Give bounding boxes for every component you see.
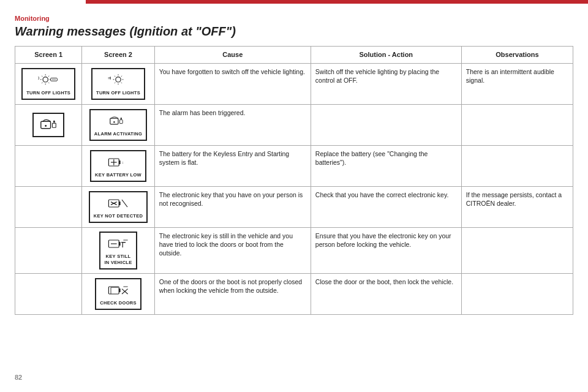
cause-cell: You have forgotten to switch off the veh… xyxy=(154,63,311,104)
screen1-cell xyxy=(15,104,82,145)
svg-line-9 xyxy=(48,82,49,83)
screen2-icon: CHECK DOORS xyxy=(86,277,149,311)
svg-line-19 xyxy=(121,76,122,77)
svg-rect-24 xyxy=(53,123,56,127)
svg-line-18 xyxy=(115,76,115,77)
svg-rect-48 xyxy=(119,288,120,292)
cause-cell: The battery for the Keyless Entry and St… xyxy=(154,145,311,186)
screen2-cell: CHECK DOORS xyxy=(82,274,154,315)
svg-rect-43 xyxy=(119,242,120,246)
screen2-icon: KEY NOT DETECTED xyxy=(86,190,149,224)
screen2-icon: KEY STILL IN VEHICLE xyxy=(86,232,149,270)
svg-line-20 xyxy=(115,82,115,83)
screen1-cell: } TURN OFF LIGHTS xyxy=(15,63,82,104)
svg-text:}: } xyxy=(38,76,39,79)
screen1-cell xyxy=(15,145,82,186)
screen1-cell xyxy=(15,186,82,227)
solution-cell: Check that you have the correct electron… xyxy=(311,186,461,227)
screen2-cell: ↓ KEY BATTERY LOW xyxy=(82,145,154,186)
observations-cell: If the message persists, contact a CITRO… xyxy=(461,186,573,227)
observations-cell xyxy=(461,145,573,186)
cause-cell: One of the doors or the boot is not prop… xyxy=(154,274,311,315)
table-row: ↓ KEY BATTERY LOW The battery for the Ke… xyxy=(15,145,573,186)
svg-line-6 xyxy=(42,76,42,77)
cause-cell: The electronic key that you have on your… xyxy=(154,186,311,227)
svg-rect-47 xyxy=(108,287,119,294)
observations-cell xyxy=(461,274,573,315)
cause-cell: The alarm has been triggered. xyxy=(154,104,311,145)
cause-cell: The electronic key is still in the vehic… xyxy=(154,227,311,273)
screen1-icon xyxy=(20,108,77,141)
screen2-icon: ↓ KEY BATTERY LOW xyxy=(86,149,149,183)
svg-text:↓: ↓ xyxy=(122,160,124,164)
solution-cell: Ensure that you have the electronic key … xyxy=(311,227,461,273)
col-screen2: Screen 2 xyxy=(82,47,154,64)
screen1-cell xyxy=(15,274,82,315)
screen2-icon: ALARM ACTIVATING xyxy=(86,108,149,141)
top-bar xyxy=(86,0,588,4)
screen2-icon: ⊃) TURN OFF LIGHTS xyxy=(86,67,149,100)
section-title: Monitoring xyxy=(15,15,573,22)
svg-point-26 xyxy=(53,121,55,123)
screen2-cell: KEY NOT DETECTED xyxy=(82,186,154,227)
svg-line-41 xyxy=(122,200,127,207)
svg-point-28 xyxy=(113,121,115,123)
solution-cell: Replace the battery (see "Changing the b… xyxy=(311,145,461,186)
svg-point-31 xyxy=(121,118,122,119)
col-observations: Observations xyxy=(461,47,573,64)
svg-rect-33 xyxy=(119,160,120,164)
observations-cell xyxy=(461,104,573,145)
solution-cell: Close the door or the boot, then lock th… xyxy=(311,274,461,315)
screen2-cell: ALARM ACTIVATING xyxy=(82,104,154,145)
svg-rect-38 xyxy=(119,202,120,205)
screen2-cell: KEY STILL IN VEHICLE xyxy=(82,227,154,273)
col-solution: Solution - Action xyxy=(311,47,461,64)
table-row: KEY NOT DETECTED The electronic key that… xyxy=(15,186,573,227)
observations-cell xyxy=(461,227,573,273)
screen1-cell xyxy=(15,227,82,273)
observations-cell: There is an intermittent audible signal. xyxy=(461,63,573,104)
col-cause: Cause xyxy=(154,47,311,64)
table-row: CHECK DOORS One of the doors or the boot… xyxy=(15,274,573,315)
solution-cell xyxy=(311,104,461,145)
svg-rect-29 xyxy=(119,119,123,123)
svg-point-13 xyxy=(116,77,121,81)
svg-point-1 xyxy=(43,77,48,81)
screen1-icon: } TURN OFF LIGHTS xyxy=(20,67,77,100)
warning-table: Screen 1 Screen 2 Cause Solution - Actio… xyxy=(15,46,573,315)
col-screen1: Screen 1 xyxy=(15,47,82,64)
solution-cell: Switch off the vehicle lighting by placi… xyxy=(311,63,461,104)
screen2-cell: ⊃) TURN OFF LIGHTS xyxy=(82,63,154,104)
table-row: } TURN OFF LIGHTS ⊃) xyxy=(15,63,573,104)
svg-line-7 xyxy=(48,76,49,77)
svg-point-23 xyxy=(45,125,47,127)
svg-line-8 xyxy=(42,82,42,83)
svg-text:⊃): ⊃) xyxy=(108,75,111,79)
page-title: Warning messages (Ignition at "OFF") xyxy=(15,24,573,39)
table-row: ALARM ACTIVATING The alarm has been trig… xyxy=(15,104,573,145)
svg-line-21 xyxy=(121,82,122,83)
table-row: KEY STILL IN VEHICLE The electronic key … xyxy=(15,227,573,273)
